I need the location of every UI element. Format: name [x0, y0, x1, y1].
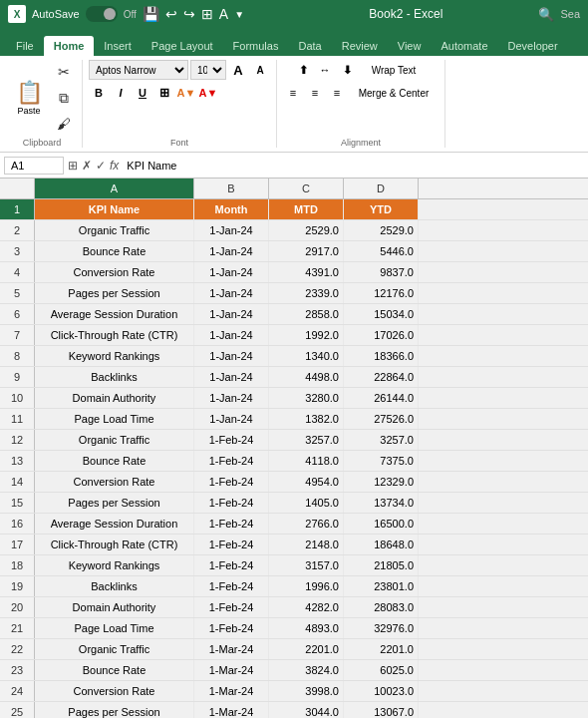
align-left-button[interactable]: ≡ [283, 83, 303, 103]
cell-d[interactable]: 26144.0 [344, 388, 419, 408]
cell-d[interactable]: 5446.0 [344, 241, 419, 261]
tab-insert[interactable]: Insert [94, 36, 142, 56]
cell-c[interactable]: 1405.0 [269, 493, 344, 513]
row-number[interactable]: 16 [0, 514, 35, 534]
cell-c[interactable]: 4954.0 [269, 472, 344, 492]
col-header-c[interactable]: C [269, 179, 344, 198]
cell-d[interactable]: 17026.0 [344, 325, 419, 345]
align-middle-button[interactable]: ↔ [315, 60, 335, 80]
cell-c[interactable]: 4893.0 [269, 618, 344, 638]
cell-a[interactable]: Pages per Session [35, 283, 194, 303]
table-row[interactable]: 24Conversion Rate1-Mar-243998.010023.0 [0, 681, 588, 702]
cell-a[interactable]: Bounce Rate [35, 451, 194, 471]
table-row[interactable]: 3Bounce Rate1-Jan-242917.05446.0 [0, 241, 588, 262]
row-number[interactable]: 23 [0, 660, 35, 680]
cell-d[interactable]: 12176.0 [344, 283, 419, 303]
confirm-formula-icon[interactable]: ✓ [96, 159, 106, 173]
cell-b[interactable]: 1-Feb-24 [194, 451, 269, 471]
tab-formulas[interactable]: Formulas [223, 36, 289, 56]
col-header-a[interactable]: A [35, 179, 194, 198]
cell-b[interactable]: 1-Feb-24 [194, 514, 269, 534]
save-icon[interactable]: 💾 [143, 6, 159, 22]
row-number[interactable]: 11 [0, 409, 35, 429]
underline-button[interactable]: U [133, 83, 152, 103]
row-number[interactable]: 15 [0, 493, 35, 513]
cell-c[interactable]: 1382.0 [269, 409, 344, 429]
tab-page-layout[interactable]: Page Layout [142, 36, 223, 56]
cell-d[interactable]: 2529.0 [344, 220, 419, 240]
cell-d[interactable]: 9837.0 [344, 262, 419, 282]
cell-a[interactable]: Average Session Duration [35, 304, 194, 324]
table-row[interactable]: 11Page Load Time1-Jan-241382.027526.0 [0, 409, 588, 430]
cell-d[interactable]: 3257.0 [344, 430, 419, 450]
tab-view[interactable]: View [388, 36, 432, 56]
align-center-button[interactable]: ≡ [305, 83, 325, 103]
cell-c[interactable]: 4391.0 [269, 262, 344, 282]
cut-button[interactable]: ✂ [52, 60, 76, 84]
cell-c[interactable]: MTD [269, 199, 344, 219]
increase-font-button[interactable]: A [228, 60, 248, 80]
cell-c[interactable]: 1996.0 [269, 576, 344, 596]
cell-b[interactable]: 1-Feb-24 [194, 472, 269, 492]
cell-a[interactable]: Keyword Rankings [35, 555, 194, 575]
table-row[interactable]: 17Click-Through Rate (CTR)1-Feb-242148.0… [0, 535, 588, 555]
cell-a[interactable]: Average Session Duration [35, 514, 194, 534]
paste-button[interactable]: 📋 Paste [8, 72, 50, 124]
tab-file[interactable]: File [6, 36, 44, 56]
cell-d[interactable]: 12329.0 [344, 472, 419, 492]
cell-d[interactable]: 23801.0 [344, 576, 419, 596]
cell-a[interactable]: Page Load Time [35, 618, 194, 638]
row-number[interactable]: 8 [0, 346, 35, 366]
table-row[interactable]: 20Domain Authority1-Feb-244282.028083.0 [0, 597, 588, 618]
cell-a[interactable]: Page Load Time [35, 409, 194, 429]
table-row[interactable]: 25Pages per Session1-Mar-243044.013067.0 [0, 702, 588, 718]
cell-c[interactable]: 2766.0 [269, 514, 344, 534]
cell-d[interactable]: 22864.0 [344, 367, 419, 387]
cell-b[interactable]: 1-Jan-24 [194, 283, 269, 303]
cell-c[interactable]: 4498.0 [269, 367, 344, 387]
search-icon[interactable]: 🔍 [538, 7, 554, 22]
row-number[interactable]: 24 [0, 681, 35, 701]
decrease-font-button[interactable]: A [250, 60, 270, 80]
table-row[interactable]: 5Pages per Session1-Jan-242339.012176.0 [0, 283, 588, 304]
copy-button[interactable]: ⧉ [52, 86, 76, 110]
table-row[interactable]: 14Conversion Rate1-Feb-244954.012329.0 [0, 472, 588, 493]
col-header-d[interactable]: D [344, 179, 419, 198]
cell-d[interactable]: YTD [344, 199, 419, 219]
font-color-button[interactable]: A▼ [198, 83, 218, 103]
search-label[interactable]: Sea [560, 8, 580, 20]
cell-b[interactable]: 1-Feb-24 [194, 430, 269, 450]
cell-a[interactable]: Conversion Rate [35, 472, 194, 492]
tab-automate[interactable]: Automate [431, 36, 497, 56]
cell-b[interactable]: 1-Jan-24 [194, 409, 269, 429]
cell-d[interactable]: 2201.0 [344, 639, 419, 659]
cell-d[interactable]: 15034.0 [344, 304, 419, 324]
font-name-select[interactable]: Aptos Narrow [89, 60, 188, 80]
row-number[interactable]: 2 [0, 220, 35, 240]
table-row[interactable]: 8Keyword Rankings1-Jan-241340.018366.0 [0, 346, 588, 367]
table-row[interactable]: 22Organic Traffic1-Mar-242201.02201.0 [0, 639, 588, 660]
cell-reference-box[interactable]: A1 [4, 157, 64, 175]
cell-d[interactable]: 18648.0 [344, 535, 419, 554]
cell-b[interactable]: 1-Jan-24 [194, 346, 269, 366]
table-row[interactable]: 4Conversion Rate1-Jan-244391.09837.0 [0, 262, 588, 283]
cell-a[interactable]: Pages per Session [35, 493, 194, 513]
fill-color-button[interactable]: A▼ [176, 83, 196, 103]
cell-c[interactable]: 2148.0 [269, 535, 344, 554]
cell-b[interactable]: 1-Jan-24 [194, 367, 269, 387]
cell-c[interactable]: 3257.0 [269, 430, 344, 450]
cell-c[interactable]: 1992.0 [269, 325, 344, 345]
function-icon[interactable]: fx [110, 159, 119, 173]
merge-center-button[interactable]: Merge & Center [349, 83, 439, 103]
border-button[interactable]: ⊞ [154, 83, 174, 103]
cell-d[interactable]: 13067.0 [344, 702, 419, 718]
cell-b[interactable]: 1-Feb-24 [194, 493, 269, 513]
cell-d[interactable]: 18366.0 [344, 346, 419, 366]
row-number[interactable]: 22 [0, 639, 35, 659]
cell-a[interactable]: Bounce Rate [35, 241, 194, 261]
cell-c[interactable]: 2858.0 [269, 304, 344, 324]
undo-icon[interactable]: ↩ [165, 6, 177, 22]
cell-c[interactable]: 3998.0 [269, 681, 344, 701]
table-row[interactable]: 15Pages per Session1-Feb-241405.013734.0 [0, 493, 588, 514]
cell-a[interactable]: Pages per Session [35, 702, 194, 718]
